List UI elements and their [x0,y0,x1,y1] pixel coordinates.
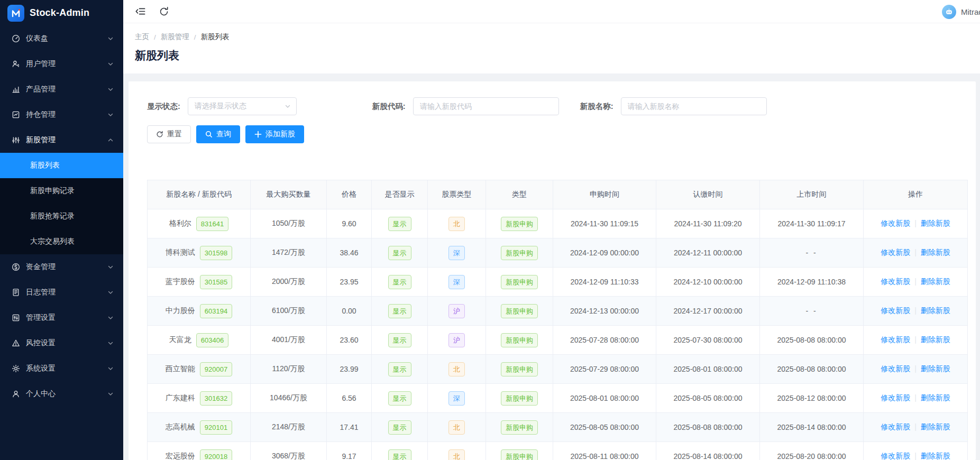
stock-name-cell: 博科测试301598 [148,238,251,268]
submenu-item-新股申购记录[interactable]: 新股申购记录 [0,178,123,204]
submenu-item-新股抢筹记录[interactable]: 新股抢筹记录 [0,204,123,229]
log-icon [11,288,20,297]
delete-stock-link[interactable]: 删除新股 [921,422,950,431]
sidebar-item-管理设置[interactable]: 管理设置 [0,305,123,330]
chevron-down-icon [107,315,114,321]
submenu-item-新股列表[interactable]: 新股列表 [0,153,123,178]
sidebar-item-label: 持仓管理 [26,110,107,119]
link-separator: | [914,306,917,315]
edit-stock-link[interactable]: 修改新股 [881,452,910,460]
sidebar-item-用户管理[interactable]: 用户管理 [0,51,123,77]
stock-type-cell: 沪 [428,326,486,355]
chevron-down-icon [107,340,114,346]
edit-stock-link[interactable]: 修改新股 [881,248,910,256]
submenu-item-大宗交易列表[interactable]: 大宗交易列表 [0,229,123,254]
type-badge: 新股申购 [501,449,538,460]
delete-stock-link[interactable]: 删除新股 [921,219,950,227]
table-row: 广东建科30163210466/万股6.56显示深新股申购2025-08-01 … [148,384,968,413]
link-separator: | [914,277,917,286]
price-cell: 23.60 [327,326,372,355]
edit-stock-link[interactable]: 修改新股 [881,219,910,227]
main-area: Mitrade 主页 / 新股管理 / 新股列表 新股列表 显示状态: [123,0,980,460]
visible-cell: 显示 [372,238,428,268]
sidebar-item-新股管理[interactable]: 新股管理 [0,127,123,153]
code-input[interactable] [413,97,559,115]
link-separator: | [914,422,917,431]
stock-name: 广东建科 [166,393,195,403]
stock-name: 博科测试 [166,248,195,257]
type-badge: 新股申购 [501,304,538,318]
sidebar-item-仪表盘[interactable]: 仪表盘 [0,26,123,51]
collapse-sidebar-icon[interactable] [135,6,146,17]
user-block[interactable]: Mitrade [942,0,980,23]
edit-stock-link[interactable]: 修改新股 [881,277,910,286]
type-cell: 新股申购 [486,384,553,413]
refresh-icon[interactable] [159,6,169,17]
stock-name-cell: 志高机械920101 [148,413,251,442]
page-title: 新股列表 [135,48,980,63]
apply-time-cell: 2025-08-05 08:00:00 [553,413,656,442]
edit-stock-link[interactable]: 修改新股 [881,335,910,344]
warning-icon [11,339,20,348]
sidebar-item-系统设置[interactable]: 系统设置 [0,356,123,381]
reset-button[interactable]: 重置 [147,125,191,143]
apply-time-cell: 2024-12-09 00:00:00 [553,238,656,268]
stock-name-cell: 蓝宇股份301585 [148,268,251,297]
visible-badge: 显示 [388,304,411,318]
chevron-down-icon [107,61,114,67]
stock-name-cell: 格利尔831641 [148,209,251,238]
pay-time-cell: 2025-08-01 08:00:00 [656,355,760,384]
sidebar-item-个人中心[interactable]: 个人中心 [0,381,123,407]
edit-stock-link[interactable]: 修改新股 [881,306,910,315]
delete-stock-link[interactable]: 删除新股 [921,277,950,286]
delete-stock-link[interactable]: 删除新股 [921,364,950,373]
name-input[interactable] [621,97,767,115]
stock-type-badge: 北 [448,420,465,435]
column-header: 是否显示 [372,180,428,209]
delete-stock-link[interactable]: 删除新股 [921,335,950,344]
status-select[interactable]: 请选择显示状态 [188,97,297,115]
link-separator: | [914,219,917,227]
delete-stock-link[interactable]: 删除新股 [921,248,950,256]
sidebar-item-资金管理[interactable]: 资金管理 [0,254,123,280]
edit-stock-link[interactable]: 修改新股 [881,422,910,431]
stock-name-cell: 天富龙603406 [148,326,251,355]
table-row: 酉立智能9200071120/万股23.99显示北新股申购2025-07-29 … [148,355,968,384]
sidebar-item-日志管理[interactable]: 日志管理 [0,280,123,305]
breadcrumb-home[interactable]: 主页 [135,32,149,42]
sidebar-item-产品管理[interactable]: 产品管理 [0,77,123,102]
column-header: 上市时间 [760,180,864,209]
edit-stock-link[interactable]: 修改新股 [881,393,910,402]
type-cell: 新股申购 [486,297,553,326]
stock-type-cell: 深 [428,268,486,297]
stock-name: 宏远股份 [166,452,195,460]
filter-row: 显示状态: 请选择显示状态 新股代码: 新股名称: [147,97,965,115]
edit-stock-link[interactable]: 修改新股 [881,364,910,373]
sidebar-item-label: 仪表盘 [26,34,107,43]
sidebar-item-风控设置[interactable]: 风控设置 [0,330,123,356]
visible-cell: 显示 [372,413,428,442]
pay-time-cell: 2024-12-10 00:00:00 [656,268,760,297]
subheader: 主页 / 新股管理 / 新股列表 新股列表 [123,23,980,73]
logo-row: Stock-Admin [0,0,123,26]
delete-stock-link[interactable]: 删除新股 [921,306,950,315]
breadcrumb-section[interactable]: 新股管理 [161,32,189,42]
column-header: 最大购买数量 [251,180,327,209]
visible-cell: 显示 [372,384,428,413]
gauge-icon [11,34,20,43]
sidebar-item-label: 日志管理 [26,288,107,297]
delete-stock-link[interactable]: 删除新股 [921,393,950,402]
list-time-cell: 2025-08-12 08:00:00 [760,384,864,413]
filter-group-name: 新股名称: [580,97,767,115]
list-time-cell: 2025-08-14 08:00:00 [760,413,864,442]
table-row: 中力股份6031946100/万股0.00显示沪新股申购2024-12-13 0… [148,297,968,326]
visible-badge: 显示 [388,246,411,260]
link-separator: | [914,335,917,344]
add-stock-button[interactable]: 添加新股 [245,125,304,143]
sidebar-item-持仓管理[interactable]: 持仓管理 [0,102,123,127]
column-header: 新股名称 / 新股代码 [148,180,251,209]
search-button[interactable]: 查询 [196,125,240,143]
sidebar-item-label: 新股管理 [26,135,107,145]
delete-stock-link[interactable]: 删除新股 [921,452,950,460]
breadcrumb-separator: / [194,33,196,41]
